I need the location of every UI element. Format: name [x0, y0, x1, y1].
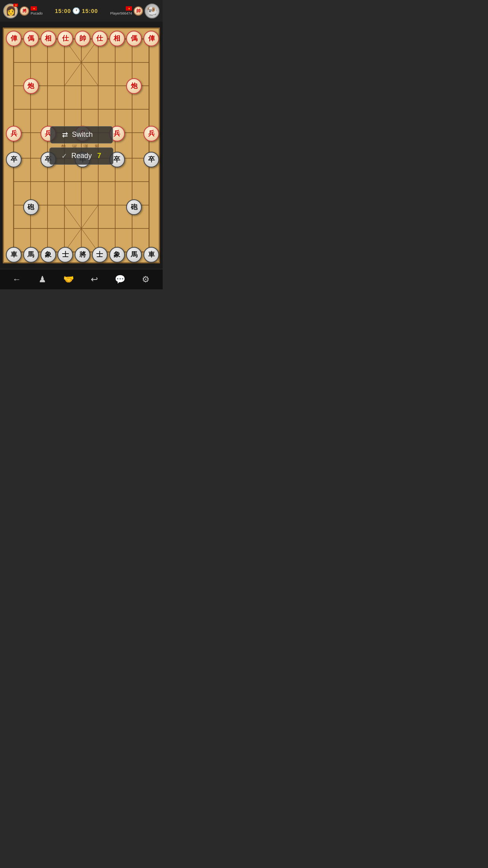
piece-red-shi-0[interactable]: 仕 — [57, 31, 73, 46]
piece-red-xiang-0[interactable]: 相 — [40, 31, 56, 46]
piece-red-pao-1[interactable]: 炮 — [126, 78, 142, 94]
player-right-section: ★ Player566474 帥 🐏 — [110, 4, 160, 18]
settings-button[interactable]: ⚙ — [137, 272, 154, 287]
piece-black-jiang-0[interactable]: 將 — [75, 247, 90, 263]
handshake-icon: 🤝 — [63, 274, 74, 285]
flag-left-2: ★ — [31, 6, 37, 11]
flag-star-left: ★ — [15, 4, 17, 6]
piece-red-ma-0[interactable]: 傌 — [23, 31, 39, 46]
timer-icon: 🕐 — [72, 7, 80, 15]
piece-black-zu-4[interactable]: 卒 — [143, 152, 159, 167]
undo-icon: ↩ — [91, 274, 98, 285]
flag-star-left-2: ★ — [33, 7, 35, 10]
player-left-section: 👩 ★ 將 ★ Pucado — [3, 4, 43, 18]
flag-left: ★ — [13, 4, 18, 7]
root: 👩 ★ 將 ★ Pucado 15:00 🕐 15:00 — [0, 0, 163, 289]
piece-black-ma-1[interactable]: 馬 — [126, 247, 142, 263]
undo-button[interactable]: ↩ — [86, 272, 103, 287]
player-right-name: Player566474 — [110, 11, 132, 15]
settings-icon: ⚙ — [142, 274, 150, 285]
ready-button[interactable]: ✓ Ready 7 — [49, 147, 113, 165]
piece-black-xiang-0[interactable]: 象 — [40, 247, 56, 263]
piece-red-xiang-1[interactable]: 相 — [109, 31, 125, 46]
player-left-name: Pucado — [31, 11, 43, 15]
move-icon: ♟ — [39, 274, 46, 285]
back-icon: ← — [13, 274, 21, 285]
header: 👩 ★ 將 ★ Pucado 15:00 🕐 15:00 — [0, 0, 163, 22]
move-button[interactable]: ♟ — [34, 272, 51, 287]
chat-button[interactable]: 💬 — [111, 272, 128, 287]
piece-badge-left: 將 — [20, 6, 29, 16]
check-icon: ✓ — [61, 152, 67, 160]
back-button[interactable]: ← — [8, 272, 26, 287]
piece-black-xiang-1[interactable]: 象 — [109, 247, 125, 263]
piece-red-shi-1[interactable]: 仕 — [92, 31, 108, 46]
piece-black-che-0[interactable]: 車 — [6, 247, 22, 263]
piece-black-pao-1[interactable]: 砲 — [126, 199, 142, 215]
piece-red-shuai-0[interactable]: 帥 — [75, 31, 90, 46]
piece-black-shi-0[interactable]: 士 — [57, 247, 73, 263]
ready-count: 7 — [97, 152, 101, 160]
piece-black-pao-0[interactable]: 砲 — [23, 199, 39, 215]
avatar-right: 🐏 — [145, 4, 160, 18]
piece-red-pao-0[interactable]: 炮 — [23, 78, 39, 94]
timer-right: 15:00 — [82, 8, 98, 14]
piece-black-ma-0[interactable]: 馬 — [23, 247, 39, 263]
piece-red-bing-4[interactable]: 兵 — [143, 126, 159, 142]
flag-star-right: ★ — [128, 7, 130, 10]
handshake-button[interactable]: 🤝 — [60, 272, 77, 287]
piece-red-ma-1[interactable]: 傌 — [126, 31, 142, 46]
piece-badge-right: 帥 — [134, 6, 143, 16]
overlay-buttons: ⇄ Switch ✓ Ready 7 — [49, 126, 113, 165]
chat-icon: 💬 — [115, 274, 125, 285]
board-container: 楚 河 漢 界 俥 傌 相 仕 帥 仕 相 傌 俥 炮 炮 兵 兵 兵 兵 兵 … — [0, 22, 163, 269]
switch-label: Switch — [72, 131, 93, 139]
piece-red-bing-0[interactable]: 兵 — [6, 126, 22, 142]
timer-left: 15:00 — [55, 8, 71, 14]
ready-label: Ready — [71, 152, 92, 160]
timer-section: 15:00 🕐 15:00 — [43, 7, 110, 15]
switch-icon: ⇄ — [62, 131, 68, 139]
toolbar: ← ♟ 🤝 ↩ 💬 ⚙ — [0, 269, 163, 289]
chess-board: 楚 河 漢 界 俥 傌 相 仕 帥 仕 相 傌 俥 炮 炮 兵 兵 兵 兵 兵 … — [3, 28, 160, 263]
piece-black-che-1[interactable]: 車 — [143, 247, 159, 263]
piece-red-che-1[interactable]: 俥 — [143, 31, 159, 46]
switch-button[interactable]: ⇄ Switch — [50, 126, 113, 143]
piece-red-che-0[interactable]: 俥 — [6, 31, 22, 46]
flag-right: ★ — [126, 6, 132, 11]
piece-black-shi-1[interactable]: 士 — [92, 247, 108, 263]
piece-black-zu-0[interactable]: 卒 — [6, 152, 22, 167]
